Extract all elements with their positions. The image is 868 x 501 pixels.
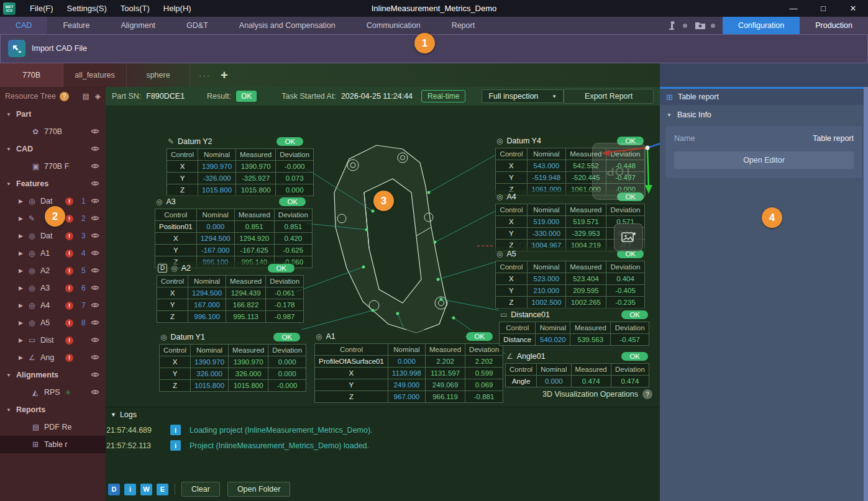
tab-communication[interactable]: Communication <box>351 17 436 34</box>
tree-item-a4[interactable]: ▶◎A4!7 <box>0 297 106 314</box>
doc-tab-sphere[interactable]: sphere <box>127 63 190 87</box>
open-folder-button[interactable]: Open Folder <box>227 482 290 497</box>
doc-tab-all-features[interactable]: all_features <box>63 63 127 87</box>
snapshot-image-icon[interactable] <box>614 223 643 251</box>
eye-icon[interactable] <box>91 163 99 171</box>
tree-item-a5[interactable]: ▶◎A5!8 <box>0 314 106 332</box>
production-button[interactable]: Production <box>800 17 868 34</box>
view-cube[interactable]: TOP <box>592 143 646 200</box>
table-row: X1294.5001294.439-0.061 <box>157 287 304 299</box>
log-filter-w[interactable]: W <box>140 484 152 495</box>
layers-icon[interactable]: ◈ <box>95 92 101 101</box>
caret-right-icon[interactable]: ▶ <box>19 268 29 274</box>
tab-gd-t[interactable]: GD&T <box>171 17 224 34</box>
table-title: A5 <box>506 250 516 258</box>
help-badge[interactable]: ? <box>60 92 69 101</box>
maximize-button[interactable]: □ <box>808 0 838 17</box>
add-tab-button[interactable]: + <box>221 68 228 83</box>
error-badge: ! <box>65 284 73 292</box>
clear-logs-button[interactable]: Clear <box>181 482 220 497</box>
caret-right-icon[interactable]: ▶ <box>19 233 29 239</box>
scrollbar[interactable] <box>864 87 868 501</box>
tree-item-770b-f[interactable]: ▣770B F <box>0 158 106 175</box>
measurement-grid: ControlNominalMeasuredDeviationDistance5… <box>499 322 649 346</box>
eye-icon[interactable] <box>91 250 99 258</box>
tree-item-770b[interactable]: ✿770B <box>0 123 106 140</box>
eye-icon[interactable] <box>91 128 99 137</box>
menu-file-f[interactable]: File(F) <box>23 0 60 17</box>
caret-right-icon[interactable]: ▶ <box>19 320 29 326</box>
minimize-button[interactable]: — <box>779 0 808 17</box>
table-row: Z1015.8001015.8000.000 <box>167 184 314 196</box>
log-filter-d[interactable]: D <box>108 484 120 495</box>
caret-right-icon[interactable]: ▶ <box>19 215 29 222</box>
tree-item-ang[interactable]: ▶∠Ang! <box>0 349 106 366</box>
tree-section-cad[interactable]: ▼CAD <box>0 140 106 158</box>
tree-item-dist[interactable]: ▶▭Dist! <box>0 332 106 349</box>
menu-help-h[interactable]: Help(H) <box>157 0 198 17</box>
caret-right-icon[interactable]: ▶ <box>19 198 29 204</box>
caret-down-icon[interactable]: ▼ <box>6 181 16 187</box>
log-filter-i[interactable]: i <box>124 484 136 495</box>
caret-right-icon[interactable]: ▶ <box>19 302 29 309</box>
inspection-mode-dropdown[interactable]: Full inspection ▼ <box>482 89 564 103</box>
eye-icon[interactable] <box>91 354 99 363</box>
eye-icon[interactable] <box>91 319 99 328</box>
tree-item-rps[interactable]: ◭RPS✳ <box>0 384 106 401</box>
close-button[interactable]: ✕ <box>838 0 868 17</box>
tree-item-dat[interactable]: ▶◎Dat!3 <box>0 227 106 245</box>
import-cad-button[interactable]: Import CAD File <box>8 40 867 57</box>
tree-item-pdf-re[interactable]: ▤PDF Re <box>0 418 106 436</box>
caret-right-icon[interactable]: ▶ <box>19 337 29 343</box>
tab-alignment[interactable]: Alignment <box>106 17 171 34</box>
eye-icon[interactable] <box>91 267 99 276</box>
export-report-button[interactable]: Export Report <box>564 89 654 104</box>
eye-icon[interactable] <box>91 302 99 310</box>
eye-icon[interactable] <box>91 284 99 293</box>
menu-settings-s[interactable]: Settings(S) <box>60 0 114 17</box>
tree-item-table-r[interactable]: ⊞Table r <box>0 436 106 453</box>
probe-sensor-icon[interactable] <box>667 20 678 30</box>
caret-down-icon[interactable]: ▼ <box>6 372 16 378</box>
caret-down-icon[interactable]: ▼ <box>6 147 16 152</box>
tree-section-alignments[interactable]: ▼Alignments <box>0 366 106 384</box>
tab-cad[interactable]: CAD <box>0 17 47 34</box>
tree-item-a3[interactable]: ▶◎A3!6 <box>0 279 106 297</box>
tab-analysis-and-compensation[interactable]: Analysis and Compensation <box>224 17 351 34</box>
eye-icon[interactable] <box>91 197 99 206</box>
open-editor-button[interactable]: Open Editor <box>674 151 854 169</box>
document-check-icon[interactable]: ▤ <box>82 92 89 101</box>
tree-section-part[interactable]: ▼Part <box>0 106 106 123</box>
caret-right-icon[interactable]: ▶ <box>19 285 29 291</box>
eye-icon[interactable] <box>91 232 99 241</box>
tree-item-a1[interactable]: ▶◎A1!4 <box>0 245 106 262</box>
caret-right-icon[interactable]: ▶ <box>19 354 29 361</box>
eye-icon[interactable] <box>91 145 99 154</box>
table-row: Position010.0000.8510.851 <box>155 221 313 233</box>
tree-section-features[interactable]: ▼Features <box>0 175 106 192</box>
measurement-grid: ControlNominalMeasuredDeviationProfileOf… <box>314 343 503 403</box>
eye-icon[interactable] <box>91 371 99 380</box>
caret-down-icon[interactable]: ▼ <box>6 407 16 413</box>
tab-feature[interactable]: Feature <box>47 17 105 34</box>
error-badge: ! <box>65 302 73 310</box>
configuration-button[interactable]: Configuration <box>723 17 800 34</box>
tab-report[interactable]: Report <box>436 17 491 34</box>
doc-tab-770b[interactable]: 770B <box>0 63 63 87</box>
caret-down-icon[interactable]: ▼ <box>6 112 16 117</box>
eye-icon[interactable] <box>91 215 99 223</box>
eye-icon[interactable] <box>91 389 99 397</box>
basic-info-section[interactable]: ▼ Basic Info <box>660 105 868 125</box>
tree-item-a2[interactable]: ▶◎A2!5 <box>0 262 106 279</box>
menu-tools-t[interactable]: Tools(T) <box>114 0 157 17</box>
folder-icon[interactable] <box>695 21 706 30</box>
scene-3d[interactable]: Origin TOP ✎Datum Y2OKControlNominalMeas… <box>106 106 660 407</box>
tree-section-reports[interactable]: ▼Reports <box>0 401 106 418</box>
caret-right-icon[interactable]: ▶ <box>19 250 29 256</box>
tab-overflow-button[interactable]: ··· <box>199 71 211 80</box>
logs-header[interactable]: ▼ Logs <box>106 407 660 422</box>
eye-icon[interactable] <box>91 336 99 345</box>
operations-help-icon[interactable]: ? <box>642 389 652 399</box>
log-filter-e[interactable]: E <box>157 484 168 495</box>
eye-icon[interactable] <box>91 180 99 189</box>
